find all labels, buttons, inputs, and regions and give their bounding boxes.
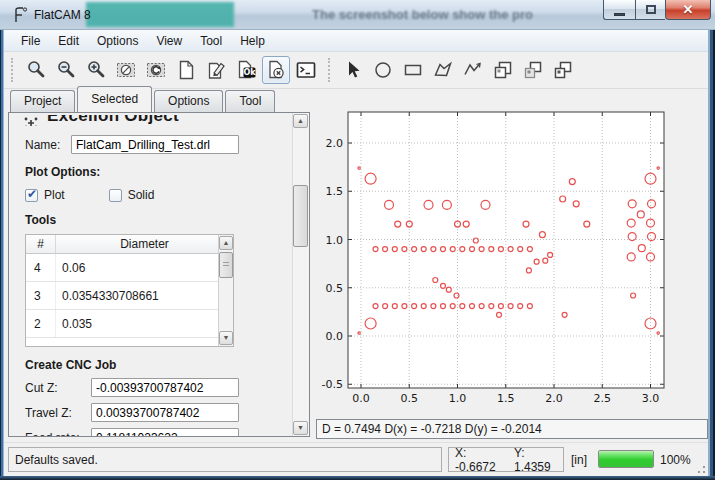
- shell-button[interactable]: [292, 56, 320, 84]
- feed-rate-input[interactable]: [91, 428, 239, 436]
- cell-number[interactable]: 4: [26, 254, 56, 281]
- table-row-partial: [26, 338, 233, 346]
- save-object-button[interactable]: Ok: [232, 56, 260, 84]
- scroll-thumb[interactable]: [219, 252, 233, 278]
- cut-z-row: Cut Z:: [25, 378, 291, 397]
- menu-edit[interactable]: Edit: [49, 32, 88, 50]
- plot-area[interactable]: 0.00.51.01.52.02.53.0-0.50.00.51.01.52.0: [316, 92, 707, 418]
- cell-diameter[interactable]: 0.06: [56, 254, 233, 281]
- resize-grip[interactable]: [693, 461, 705, 473]
- minimize-button[interactable]: [603, 0, 635, 20]
- clear-plot-button[interactable]: [112, 56, 140, 84]
- replot-button[interactable]: [142, 56, 170, 84]
- select-pointer-button[interactable]: [339, 56, 367, 84]
- new-project-icon: [175, 59, 197, 81]
- plot-checkbox[interactable]: [25, 189, 38, 202]
- flatcam-window: The screenshot below show the pro FlatCA…: [0, 0, 715, 480]
- titlebar[interactable]: The screenshot below show the pro FlatCA…: [0, 0, 715, 30]
- zoom-out-button[interactable]: [52, 56, 80, 84]
- measurement-readout: D = 0.7494 D(x) = -0.7218 D(y) = -0.2014: [316, 419, 708, 439]
- tools-label: Tools: [25, 213, 291, 227]
- cell-number[interactable]: 3: [26, 282, 56, 309]
- zoom-in-button[interactable]: [82, 56, 110, 84]
- copy-object-button[interactable]: [489, 56, 517, 84]
- table-row[interactable]: 40.06: [26, 254, 233, 282]
- save-object-icon: Ok: [235, 59, 257, 81]
- menu-view[interactable]: View: [147, 32, 191, 50]
- maximize-button[interactable]: [635, 0, 665, 20]
- toolbar-handle-2[interactable]: [328, 58, 333, 82]
- copy-object-icon: [492, 59, 514, 81]
- object-header: Excellon Object: [23, 115, 291, 126]
- svg-text:2.5: 2.5: [594, 392, 612, 405]
- duplicate-object-button[interactable]: [519, 56, 547, 84]
- thumb-grip-icon: [223, 262, 229, 268]
- tab-project[interactable]: Project: [10, 90, 75, 112]
- tools-table-header: # Diameter: [26, 235, 233, 254]
- duplicate-object-icon: [522, 59, 544, 81]
- menu-options[interactable]: Options: [88, 32, 147, 50]
- window-title: FlatCAM 8: [34, 8, 91, 22]
- plot-canvas[interactable]: 0.00.51.01.52.02.53.0-0.50.00.51.01.52.0: [316, 92, 707, 418]
- panel-scroll-thumb[interactable]: [293, 185, 308, 247]
- draw-rectangle-icon: [402, 59, 424, 81]
- status-message: Defaults saved.: [8, 447, 442, 472]
- window-frame-right: [708, 30, 715, 480]
- name-label: Name:: [25, 138, 71, 152]
- panel-scroll-down-button[interactable]: ▼: [293, 421, 308, 435]
- solid-checkbox[interactable]: [109, 189, 122, 202]
- minimize-icon: [614, 13, 625, 16]
- table-row[interactable]: 20.035: [26, 310, 233, 338]
- travel-z-input[interactable]: [91, 403, 239, 422]
- draw-polygon-button[interactable]: [429, 56, 457, 84]
- menubar: File Edit Options View Tool Help: [4, 30, 708, 52]
- svg-text:-0.5: -0.5: [322, 378, 343, 391]
- delete-object-button[interactable]: [262, 56, 290, 84]
- feed-rate-label: Feed rate:: [25, 431, 91, 437]
- svg-text:0.0: 0.0: [352, 392, 370, 405]
- excellon-icon: [23, 115, 39, 126]
- zoom-fit-button[interactable]: [22, 56, 50, 84]
- cut-z-input[interactable]: [91, 378, 239, 397]
- units-label: [in]: [571, 453, 587, 467]
- app-icon: [11, 6, 29, 24]
- statusbar: Defaults saved. X: -0.6672 Y: 1.4359 [in…: [4, 442, 708, 476]
- select-pointer-icon: [342, 59, 364, 81]
- replot-icon: [145, 59, 167, 81]
- col-number[interactable]: #: [26, 235, 56, 253]
- menu-tool[interactable]: Tool: [191, 32, 231, 50]
- scroll-down-button[interactable]: ▼: [219, 331, 233, 345]
- edit-object-button[interactable]: [202, 56, 230, 84]
- close-button[interactable]: ✕: [665, 0, 711, 20]
- tab-tool[interactable]: Tool: [225, 90, 275, 112]
- scroll-up-button[interactable]: ▲: [219, 236, 233, 250]
- cell-number[interactable]: 2: [26, 310, 56, 337]
- draw-polygon-icon: [432, 59, 454, 81]
- toolbar: Ok: [4, 52, 708, 89]
- progress-bar: [598, 450, 654, 468]
- panel-scrollbar: ▲ ▼: [292, 113, 309, 436]
- new-project-button[interactable]: [172, 56, 200, 84]
- draw-polyline-button[interactable]: [459, 56, 487, 84]
- delete-object-icon: [265, 59, 287, 81]
- cell-diameter[interactable]: 0.035: [56, 310, 233, 337]
- menu-file[interactable]: File: [12, 32, 49, 50]
- table-row[interactable]: 30.0354330708661: [26, 282, 233, 310]
- menu-help[interactable]: Help: [231, 32, 274, 50]
- tab-options[interactable]: Options: [154, 90, 223, 112]
- progress-percent: 100%: [660, 453, 691, 467]
- move-object-button[interactable]: [549, 56, 577, 84]
- tab-selected[interactable]: Selected: [77, 86, 152, 112]
- travel-z-row: Travel Z:: [25, 403, 291, 422]
- coord-x: X: -0.6672: [455, 446, 502, 474]
- svg-text:0.0: 0.0: [326, 330, 344, 343]
- draw-circle-button[interactable]: [369, 56, 397, 84]
- svg-text:0.5: 0.5: [326, 282, 344, 295]
- travel-z-label: Travel Z:: [25, 406, 91, 420]
- toolbar-handle[interactable]: [11, 58, 16, 82]
- col-diameter[interactable]: Diameter: [56, 235, 233, 253]
- panel-scroll-up-button[interactable]: ▲: [293, 114, 308, 128]
- draw-rectangle-button[interactable]: [399, 56, 427, 84]
- cell-diameter[interactable]: 0.0354330708661: [56, 282, 233, 309]
- object-name-input[interactable]: [71, 135, 239, 154]
